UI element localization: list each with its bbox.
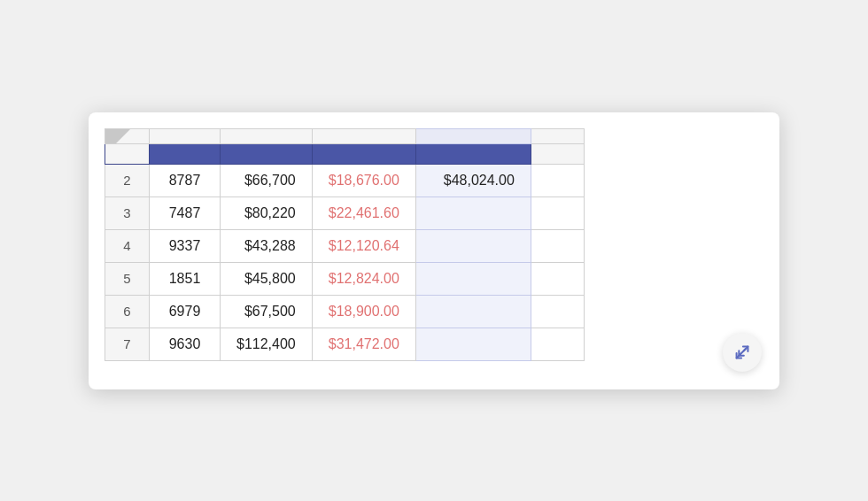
cell-id: 9630 (150, 328, 221, 360)
spreadsheet: 28787$66,700$18,676.00$48,024.0037487$80… (89, 112, 779, 389)
cell-wage: $66,700 (221, 164, 313, 197)
cell-e (531, 197, 584, 229)
row-header-1 (105, 143, 150, 164)
cell-deduction: $12,824.00 (312, 262, 415, 295)
row-header-5: 5 (105, 262, 150, 295)
cell-amt-payable (415, 262, 531, 295)
row-header-4: 4 (105, 229, 150, 262)
col-header-A (150, 128, 221, 143)
cell-wage: $80,220 (221, 197, 313, 229)
cell-wage: $45,800 (221, 262, 313, 295)
col-header-D (415, 128, 531, 143)
cell-e (531, 164, 584, 197)
cell-e (531, 295, 584, 328)
row-header-3: 3 (105, 197, 150, 229)
row-header-2: 2 (105, 164, 150, 197)
table-row: 79630$112,400$31,472.00 (105, 328, 585, 360)
header-cell-amt-payable (415, 143, 531, 164)
cell-amt-payable (415, 229, 531, 262)
cell-e (531, 229, 584, 262)
resize-arrows-icon (732, 343, 752, 362)
cell-deduction: $12,120.64 (312, 229, 415, 262)
header-cell-e (531, 143, 584, 164)
cell-id: 1851 (150, 262, 221, 295)
cell-amt-payable (415, 197, 531, 229)
cell-id: 6979 (150, 295, 221, 328)
corner-header (105, 128, 150, 143)
cell-amt-payable (415, 295, 531, 328)
row-header-6: 6 (105, 295, 150, 328)
table-row: 66979$67,500$18,900.00 (105, 295, 585, 328)
cell-id: 8787 (150, 164, 221, 197)
cell-wage: $112,400 (221, 328, 313, 360)
table-row: 49337$43,288$12,120.64 (105, 229, 585, 262)
cell-deduction: $31,472.00 (312, 328, 415, 360)
header-row (105, 143, 585, 164)
cell-e (531, 328, 584, 360)
cell-deduction: $18,676.00 (312, 164, 415, 197)
col-header-B (221, 128, 313, 143)
cell-wage: $67,500 (221, 295, 313, 328)
resize-handle-button[interactable] (723, 333, 762, 372)
row-header-7: 7 (105, 328, 150, 360)
table-row: 51851$45,800$12,824.00 (105, 262, 585, 295)
cell-e (531, 262, 584, 295)
cell-id: 9337 (150, 229, 221, 262)
cell-amt-payable: $48,024.00 (415, 164, 531, 197)
col-header-E (531, 128, 584, 143)
cell-id: 7487 (150, 197, 221, 229)
table-row: 37487$80,220$22,461.60 (105, 197, 585, 229)
header-cell-wage (221, 143, 313, 164)
header-cell-deduction (312, 143, 415, 164)
cell-amt-payable (415, 328, 531, 360)
spreadsheet-table: 28787$66,700$18,676.00$48,024.0037487$80… (105, 128, 585, 361)
cell-deduction: $18,900.00 (312, 295, 415, 328)
header-cell-id (150, 143, 221, 164)
cell-deduction: $22,461.60 (312, 197, 415, 229)
cell-wage: $43,288 (221, 229, 313, 262)
table-row: 28787$66,700$18,676.00$48,024.00 (105, 164, 585, 197)
col-header-C (312, 128, 415, 143)
